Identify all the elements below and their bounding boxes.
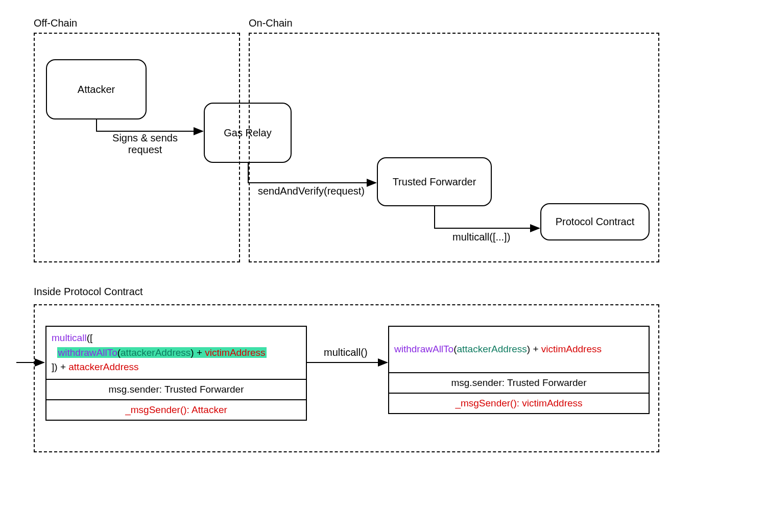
onchain-label: On-Chain [249, 17, 293, 29]
left-row2: msg.sender: Trusted Forwarder [46, 380, 306, 400]
bracket-close: ]) + [52, 361, 68, 372]
victim-addr: victimAddress [205, 347, 265, 358]
right-table: withdrawAllTo(attackerAddress) + victimA… [388, 326, 650, 414]
arrow1-label: Signs & sends request [102, 132, 188, 156]
gas-relay-text: Gas Relay [224, 127, 271, 139]
plus-r: + [530, 344, 541, 354]
plus1: + [194, 347, 205, 358]
gas-relay-node: Gas Relay [204, 103, 292, 163]
right-row1: withdrawAllTo(attackerAddress) + victimA… [389, 327, 649, 373]
right-row2: msg.sender: Trusted Forwarder [389, 373, 649, 394]
protocol-contract-node: Protocol Contract [540, 203, 650, 240]
attacker-addr-r: attackerAddress [457, 344, 527, 354]
protocol-contract-text: Protocol Contract [556, 216, 635, 228]
withdraw-fn-r: withdrawAllTo [394, 344, 453, 354]
multicall-fn: multicall [52, 332, 87, 343]
withdraw-fn: withdrawAllTo [58, 347, 117, 358]
trusted-forwarder-node: Trusted Forwarder [377, 157, 492, 206]
inner-highlight: withdrawAllTo(attackerAddress) + victimA… [57, 347, 267, 358]
bracket-open: ([ [87, 332, 93, 343]
left-table: multicall([ withdrawAllTo(attackerAddres… [45, 326, 307, 421]
multicall-arrow-label: multicall() [324, 347, 368, 358]
arrow3-label: multicall([...]) [452, 231, 510, 243]
offchain-label: Off-Chain [34, 17, 77, 29]
trusted-forwarder-text: Trusted Forwarder [393, 176, 476, 188]
arrow2-label: sendAndVerify(request) [258, 185, 365, 197]
left-row3: _msgSender(): Attacker [46, 400, 306, 420]
victim-addr-r: victimAddress [541, 344, 602, 354]
inside-protocol-label: Inside Protocol Contract [34, 286, 142, 298]
attacker-text: Attacker [78, 84, 115, 95]
attacker-node: Attacker [46, 59, 147, 119]
attacker-addr2: attackerAddress [68, 361, 138, 372]
left-row1: multicall([ withdrawAllTo(attackerAddres… [46, 327, 306, 380]
attacker-addr-arg: attackerAddress [121, 347, 190, 358]
right-row3: _msgSender(): victimAddress [389, 394, 649, 413]
